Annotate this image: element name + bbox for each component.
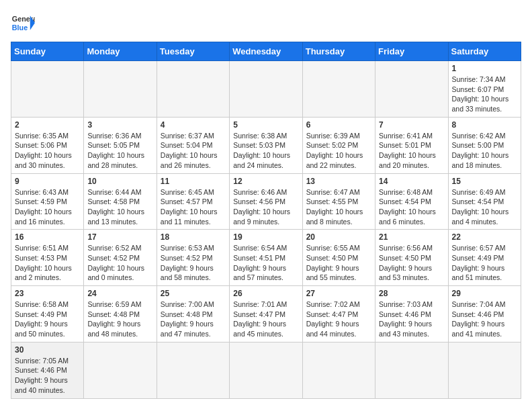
calendar-cell (11, 61, 84, 118)
day-info: Sunrise: 6:45 AM Sunset: 4:57 PM Dayligh… (161, 187, 226, 227)
day-info: Sunrise: 6:42 AM Sunset: 5:00 PM Dayligh… (452, 131, 517, 171)
day-info: Sunrise: 6:55 AM Sunset: 4:50 PM Dayligh… (306, 243, 371, 283)
day-number: 19 (233, 232, 298, 242)
day-info: Sunrise: 6:46 AM Sunset: 4:56 PM Dayligh… (233, 187, 298, 227)
calendar-cell: 8Sunrise: 6:42 AM Sunset: 5:00 PM Daylig… (448, 117, 521, 173)
day-info: Sunrise: 6:37 AM Sunset: 5:04 PM Dayligh… (161, 131, 226, 171)
weekday-header-friday: Friday (375, 42, 448, 61)
day-info: Sunrise: 6:52 AM Sunset: 4:52 PM Dayligh… (87, 243, 152, 283)
day-info: Sunrise: 6:59 AM Sunset: 4:48 PM Dayligh… (87, 300, 152, 339)
day-info: Sunrise: 6:38 AM Sunset: 5:03 PM Dayligh… (233, 131, 298, 171)
weekday-header-tuesday: Tuesday (157, 42, 229, 61)
day-number: 14 (379, 177, 444, 186)
day-info: Sunrise: 6:44 AM Sunset: 4:58 PM Dayligh… (87, 187, 152, 227)
day-info: Sunrise: 6:39 AM Sunset: 5:02 PM Dayligh… (306, 131, 371, 171)
day-info: Sunrise: 6:47 AM Sunset: 4:55 PM Dayligh… (306, 187, 371, 227)
calendar-cell (302, 61, 375, 118)
weekday-header-sunday: Sunday (11, 42, 84, 61)
day-number: 9 (15, 177, 80, 186)
day-number: 8 (452, 120, 517, 130)
day-number: 24 (87, 289, 152, 298)
calendar-cell: 16Sunrise: 6:51 AM Sunset: 4:53 PM Dayli… (11, 230, 84, 286)
calendar-cell: 17Sunrise: 6:52 AM Sunset: 4:52 PM Dayli… (84, 230, 157, 286)
day-info: Sunrise: 7:03 AM Sunset: 4:46 PM Dayligh… (379, 300, 444, 339)
weekday-header-wednesday: Wednesday (230, 42, 302, 61)
day-info: Sunrise: 6:43 AM Sunset: 4:59 PM Dayligh… (15, 187, 80, 227)
calendar-week-1: 1Sunrise: 7:34 AM Sunset: 6:07 PM Daylig… (11, 61, 521, 118)
calendar-cell (302, 342, 375, 398)
day-number: 30 (15, 345, 80, 355)
calendar-cell: 22Sunrise: 6:57 AM Sunset: 4:49 PM Dayli… (448, 230, 521, 286)
calendar: SundayMondayTuesdayWednesdayThursdayFrid… (11, 42, 521, 399)
calendar-cell: 3Sunrise: 6:36 AM Sunset: 5:05 PM Daylig… (84, 117, 157, 173)
calendar-cell: 7Sunrise: 6:41 AM Sunset: 5:01 PM Daylig… (375, 117, 448, 173)
calendar-cell: 25Sunrise: 7:00 AM Sunset: 4:48 PM Dayli… (157, 286, 229, 342)
day-info: Sunrise: 7:02 AM Sunset: 4:47 PM Dayligh… (306, 300, 371, 339)
day-number: 18 (161, 232, 226, 242)
calendar-cell (375, 61, 448, 118)
day-info: Sunrise: 6:58 AM Sunset: 4:49 PM Dayligh… (15, 300, 80, 339)
logo: General Blue (11, 11, 35, 35)
calendar-cell: 14Sunrise: 6:48 AM Sunset: 4:54 PM Dayli… (375, 173, 448, 230)
day-info: Sunrise: 7:05 AM Sunset: 4:46 PM Dayligh… (15, 356, 80, 396)
calendar-cell: 15Sunrise: 6:49 AM Sunset: 4:54 PM Dayli… (448, 173, 521, 230)
calendar-cell (230, 61, 302, 118)
calendar-cell: 21Sunrise: 6:56 AM Sunset: 4:50 PM Dayli… (375, 230, 448, 286)
day-number: 11 (161, 177, 226, 186)
calendar-week-2: 2Sunrise: 6:35 AM Sunset: 5:06 PM Daylig… (11, 117, 521, 173)
day-number: 3 (87, 120, 152, 130)
day-number: 4 (161, 120, 226, 130)
day-info: Sunrise: 6:41 AM Sunset: 5:01 PM Dayligh… (379, 131, 444, 171)
day-number: 15 (452, 177, 517, 186)
calendar-cell: 18Sunrise: 6:53 AM Sunset: 4:52 PM Dayli… (157, 230, 229, 286)
calendar-cell (375, 342, 448, 398)
day-info: Sunrise: 7:01 AM Sunset: 4:47 PM Dayligh… (233, 300, 298, 339)
day-info: Sunrise: 6:53 AM Sunset: 4:52 PM Dayligh… (161, 243, 226, 283)
calendar-week-6: 30Sunrise: 7:05 AM Sunset: 4:46 PM Dayli… (11, 342, 521, 398)
weekday-header-row: SundayMondayTuesdayWednesdayThursdayFrid… (11, 42, 521, 61)
day-info: Sunrise: 7:34 AM Sunset: 6:07 PM Dayligh… (452, 75, 517, 114)
calendar-cell (230, 342, 302, 398)
generalblue-logo-icon: General Blue (11, 11, 35, 35)
day-number: 1 (452, 64, 517, 73)
calendar-cell: 24Sunrise: 6:59 AM Sunset: 4:48 PM Dayli… (84, 286, 157, 342)
calendar-cell (84, 61, 157, 118)
day-number: 7 (379, 120, 444, 130)
day-number: 13 (306, 177, 371, 186)
day-number: 27 (306, 289, 371, 298)
day-info: Sunrise: 6:51 AM Sunset: 4:53 PM Dayligh… (15, 243, 80, 283)
calendar-cell: 26Sunrise: 7:01 AM Sunset: 4:47 PM Dayli… (230, 286, 302, 342)
day-number: 12 (233, 177, 298, 186)
day-number: 26 (233, 289, 298, 298)
day-info: Sunrise: 6:48 AM Sunset: 4:54 PM Dayligh… (379, 187, 444, 227)
weekday-header-saturday: Saturday (448, 42, 521, 61)
calendar-cell: 12Sunrise: 6:46 AM Sunset: 4:56 PM Dayli… (230, 173, 302, 230)
calendar-week-4: 16Sunrise: 6:51 AM Sunset: 4:53 PM Dayli… (11, 230, 521, 286)
calendar-cell: 19Sunrise: 6:54 AM Sunset: 4:51 PM Dayli… (230, 230, 302, 286)
day-info: Sunrise: 7:04 AM Sunset: 4:46 PM Dayligh… (452, 300, 517, 339)
day-number: 6 (306, 120, 371, 130)
calendar-cell: 2Sunrise: 6:35 AM Sunset: 5:06 PM Daylig… (11, 117, 84, 173)
calendar-cell: 11Sunrise: 6:45 AM Sunset: 4:57 PM Dayli… (157, 173, 229, 230)
calendar-cell: 30Sunrise: 7:05 AM Sunset: 4:46 PM Dayli… (11, 342, 84, 398)
calendar-cell: 9Sunrise: 6:43 AM Sunset: 4:59 PM Daylig… (11, 173, 84, 230)
calendar-cell (84, 342, 157, 398)
calendar-cell: 23Sunrise: 6:58 AM Sunset: 4:49 PM Dayli… (11, 286, 84, 342)
day-number: 23 (15, 289, 80, 298)
day-number: 22 (452, 232, 517, 242)
day-number: 25 (161, 289, 226, 298)
calendar-cell: 29Sunrise: 7:04 AM Sunset: 4:46 PM Dayli… (448, 286, 521, 342)
day-number: 29 (452, 289, 517, 298)
day-info: Sunrise: 6:57 AM Sunset: 4:49 PM Dayligh… (452, 243, 517, 283)
calendar-week-3: 9Sunrise: 6:43 AM Sunset: 4:59 PM Daylig… (11, 173, 521, 230)
calendar-cell (157, 342, 229, 398)
day-number: 20 (306, 232, 371, 242)
weekday-header-thursday: Thursday (302, 42, 375, 61)
weekday-header-monday: Monday (84, 42, 157, 61)
calendar-cell: 5Sunrise: 6:38 AM Sunset: 5:03 PM Daylig… (230, 117, 302, 173)
day-number: 17 (87, 232, 152, 242)
day-info: Sunrise: 6:49 AM Sunset: 4:54 PM Dayligh… (452, 187, 517, 227)
day-info: Sunrise: 6:36 AM Sunset: 5:05 PM Dayligh… (87, 131, 152, 171)
calendar-cell: 1Sunrise: 7:34 AM Sunset: 6:07 PM Daylig… (448, 61, 521, 118)
header: General Blue (11, 11, 521, 35)
